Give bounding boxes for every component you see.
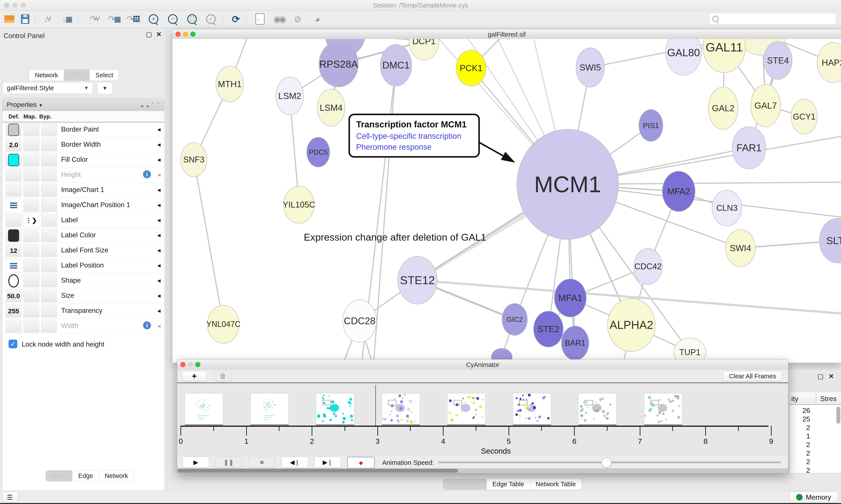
properties-header[interactable]: Properties ▼ ⌄⌄ ⌃⌃ [2, 98, 164, 111]
def-cell[interactable] [6, 184, 21, 197]
byp-cell[interactable] [41, 305, 57, 318]
tab-network-table[interactable]: Network Table [530, 479, 581, 489]
expand-property-icon[interactable]: ◂ [157, 231, 161, 239]
timeline-frame-1[interactable] [251, 393, 289, 424]
animation-speed-thumb[interactable] [602, 458, 611, 467]
expand-property-icon[interactable]: ◂ [157, 156, 161, 163]
annotation-link-1[interactable]: Pheromone response [356, 143, 472, 152]
network-node-swi5[interactable]: SWI5 [576, 48, 605, 87]
map-cell[interactable]: ⋮❯ [23, 214, 39, 227]
play-button[interactable]: ▶ [182, 457, 209, 468]
float-table-panel-icon[interactable]: ▢ [817, 373, 823, 380]
byp-cell[interactable] [41, 289, 57, 302]
def-cell[interactable]: 50.0 [6, 289, 21, 302]
table-cell[interactable]: 25 [789, 415, 810, 423]
byp-cell[interactable] [41, 154, 57, 166]
timeline-frame-0[interactable] [185, 393, 223, 424]
expand-property-icon[interactable]: ◂ [157, 322, 161, 329]
network-node-ste2[interactable]: STE2 [533, 311, 563, 347]
tab-style[interactable]: Style [64, 70, 90, 80]
property-row-image-chart-position-1[interactable]: Image/Chart Position 1◂ [2, 197, 164, 213]
table-cell[interactable]: 2 [789, 466, 810, 473]
network-node-snf3[interactable]: SNF3 [180, 142, 207, 177]
network-node-cln3[interactable]: CLN3 [712, 190, 742, 226]
byp-cell[interactable] [41, 184, 57, 197]
network-node-alpha2[interactable]: ALPHA2 [607, 298, 656, 352]
network-node-mth1[interactable]: MTH1 [216, 66, 244, 102]
network-node-lsm2[interactable]: LSM2 [276, 77, 304, 115]
def-cell[interactable]: 2.0 [6, 138, 21, 151]
tab-node-table[interactable]: Node Table [443, 479, 487, 489]
byp-cell[interactable] [41, 244, 57, 257]
map-cell[interactable] [23, 138, 39, 151]
search-binoculars-icon[interactable]: ◉◉ [272, 13, 285, 25]
prev-frame-button[interactable]: ◀❘ [282, 457, 308, 468]
network-node-bar1[interactable]: BAR1 [561, 326, 589, 360]
network-node-cdc42[interactable]: CDC42 [633, 248, 662, 285]
map-cell[interactable] [23, 199, 39, 212]
byp-cell[interactable] [41, 138, 57, 151]
map-cell[interactable] [23, 289, 39, 302]
timeline-frame-6[interactable] [578, 393, 616, 424]
property-row-shape[interactable]: Shape◂ [2, 273, 164, 288]
open-folder-icon[interactable] [3, 13, 16, 25]
column-ity[interactable]: ity [791, 395, 798, 403]
table-scrollbar[interactable] [836, 407, 840, 424]
network-node-dmc1[interactable]: DMC1 [380, 44, 412, 86]
map-cell[interactable] [23, 154, 39, 166]
style-select[interactable]: galFiltered Style ▼ [3, 82, 93, 94]
memory-button[interactable]: Memory [789, 492, 838, 503]
map-cell[interactable] [23, 320, 39, 332]
collapse-all-icon[interactable]: ⌃⌃ [150, 101, 161, 109]
network-node-cdc28[interactable]: CDC28 [342, 300, 377, 342]
network-node-ste4[interactable]: STE4 [764, 41, 792, 80]
network-node-ynl047c[interactable]: YNL047C [207, 305, 239, 343]
def-cell[interactable]: 255 [6, 305, 21, 318]
property-row-transparency[interactable]: 255Transparency◂ [2, 303, 164, 319]
map-cell[interactable] [23, 259, 39, 272]
tab-select[interactable]: Select [90, 70, 119, 80]
zoom-out-icon[interactable]: − [166, 13, 179, 25]
next-frame-button[interactable]: ▶❘ [314, 457, 341, 468]
cyanimator-titlebar[interactable]: CyAnimator [177, 360, 788, 370]
def-cell[interactable] [6, 320, 21, 332]
close-table-panel-icon[interactable]: ✕ [828, 373, 834, 380]
network-node-far1[interactable]: FAR1 [732, 126, 766, 169]
timeline-frame-5[interactable] [513, 393, 551, 424]
delete-frame-button[interactable]: 🗑 [214, 371, 232, 381]
timeline[interactable]: 0123456789 Seconds [177, 383, 788, 456]
annotation-box[interactable]: Transcription factor MCM1 Cell-type-spec… [348, 114, 480, 158]
show-details-icon[interactable]: ◕ [311, 13, 324, 25]
byp-cell[interactable] [41, 199, 57, 212]
zoom-in-icon[interactable]: + [147, 13, 160, 25]
byp-cell[interactable] [41, 123, 57, 136]
record-button[interactable]: ● [347, 457, 375, 469]
network-window-titlebar[interactable]: galFiltered.sif [172, 29, 841, 39]
property-row-border-paint[interactable]: Border Paint◂ [2, 122, 164, 137]
def-cell[interactable] [6, 259, 21, 272]
def-cell[interactable] [6, 199, 21, 212]
table-cell[interactable]: 26 [789, 407, 810, 415]
export-table-icon[interactable]: ↷▦ [108, 13, 121, 25]
property-row-label-color[interactable]: Label Color◂ [2, 228, 164, 243]
network-node-gcy1[interactable]: GCY1 [791, 99, 818, 134]
def-cell[interactable] [6, 214, 21, 227]
cyanimator-scrollbar[interactable] [177, 468, 788, 473]
table-cell[interactable]: 1 [789, 432, 810, 440]
network-node-gal2[interactable]: GAL2 [708, 87, 738, 130]
property-row-width[interactable]: Widthi◂ [2, 318, 164, 334]
import-network-icon[interactable]: ↓⑂ [41, 13, 54, 25]
map-cell[interactable] [23, 184, 39, 197]
tab-edge-table[interactable]: Edge Table [487, 479, 530, 489]
timeline-frame-4[interactable] [447, 393, 485, 424]
network-node-lsm4[interactable]: LSM4 [317, 89, 345, 127]
zoom-fit-icon[interactable]: ⛶ [186, 13, 198, 25]
column-stress[interactable]: Stres [820, 395, 837, 403]
map-cell[interactable] [23, 229, 39, 242]
style-options-button[interactable]: ▼ [97, 82, 112, 94]
expand-property-icon[interactable]: ◂ [157, 186, 161, 194]
network-node-swi4[interactable]: SWI4 [726, 229, 756, 267]
map-cell[interactable] [23, 305, 39, 318]
tab-network[interactable]: Network [99, 470, 133, 481]
map-cell[interactable] [23, 244, 39, 257]
